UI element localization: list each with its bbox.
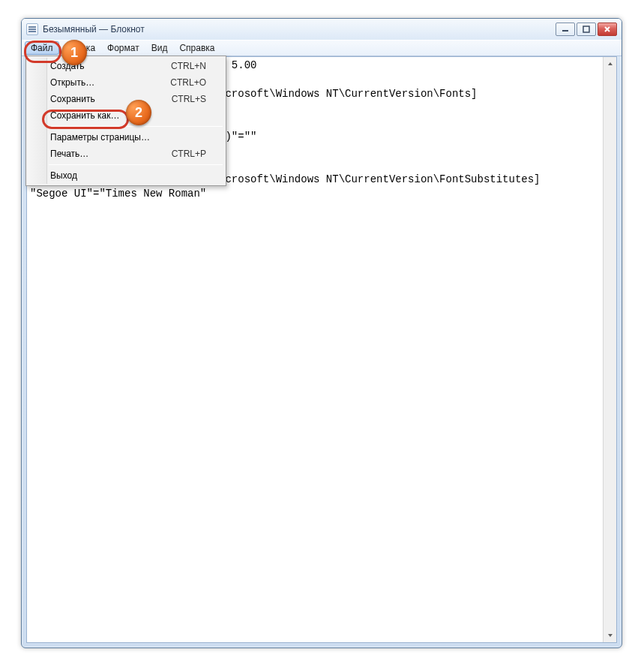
window-title: Безымянный — Блокнот (43, 24, 556, 35)
file-menu-dropdown: Создать CTRL+N Открыть… CTRL+O Сохранить… (25, 56, 226, 186)
menu-item-open-label: Открыть… (50, 77, 170, 88)
menu-item-exit[interactable]: Выход (28, 167, 224, 184)
titlebar[interactable]: Безымянный — Блокнот (22, 19, 622, 40)
menu-item-new[interactable]: Создать CTRL+N (28, 58, 224, 74)
menu-edit[interactable]: Правка (59, 41, 102, 56)
menu-item-save-as[interactable]: Сохранить как… (28, 107, 224, 124)
dropdown-separator (49, 126, 223, 127)
dropdown-separator (49, 164, 223, 165)
menu-item-save-label: Сохранить (50, 94, 172, 104)
menu-item-open-shortcut: CTRL+O (170, 77, 206, 88)
scroll-up-icon[interactable] (604, 57, 616, 71)
menu-item-print-label: Печать… (50, 149, 172, 159)
menu-format[interactable]: Формат (101, 41, 145, 56)
vertical-scrollbar[interactable] (603, 57, 616, 642)
menu-help[interactable]: Справка (173, 41, 220, 56)
maximize-button[interactable] (577, 23, 596, 36)
menu-view-label: Вид (151, 43, 168, 53)
menu-item-open[interactable]: Открыть… CTRL+O (28, 74, 224, 91)
svg-rect-0 (583, 26, 589, 32)
menu-item-exit-label: Выход (50, 170, 206, 181)
menu-help-label: Справка (179, 43, 214, 53)
menu-item-print[interactable]: Печать… CTRL+P (28, 146, 224, 162)
menubar: Файл Правка Формат Вид Справка (22, 40, 622, 56)
maximize-icon (583, 26, 590, 33)
menu-file[interactable]: Файл (25, 41, 59, 55)
menu-item-page-setup-label: Параметры страницы… (50, 132, 206, 143)
minimize-icon (562, 26, 569, 33)
menu-item-save-shortcut: CTRL+S (172, 94, 206, 104)
menu-file-label: Файл (31, 43, 53, 53)
menu-edit-label: Правка (65, 43, 96, 53)
menu-format-label: Формат (107, 43, 139, 53)
menu-item-save[interactable]: Сохранить CTRL+S (28, 91, 224, 107)
menu-view[interactable]: Вид (145, 41, 174, 56)
menu-item-new-shortcut: CTRL+N (171, 61, 206, 71)
minimize-button[interactable] (556, 23, 575, 36)
window-controls (556, 23, 617, 36)
menu-item-print-shortcut: CTRL+P (172, 149, 206, 159)
close-button[interactable] (598, 23, 617, 36)
menu-item-save-as-label: Сохранить как… (50, 110, 206, 121)
menu-item-new-label: Создать (50, 61, 171, 71)
close-icon (604, 26, 611, 33)
menu-item-page-setup[interactable]: Параметры страницы… (28, 129, 224, 146)
scroll-down-icon[interactable] (604, 629, 616, 642)
notepad-icon (26, 23, 38, 35)
